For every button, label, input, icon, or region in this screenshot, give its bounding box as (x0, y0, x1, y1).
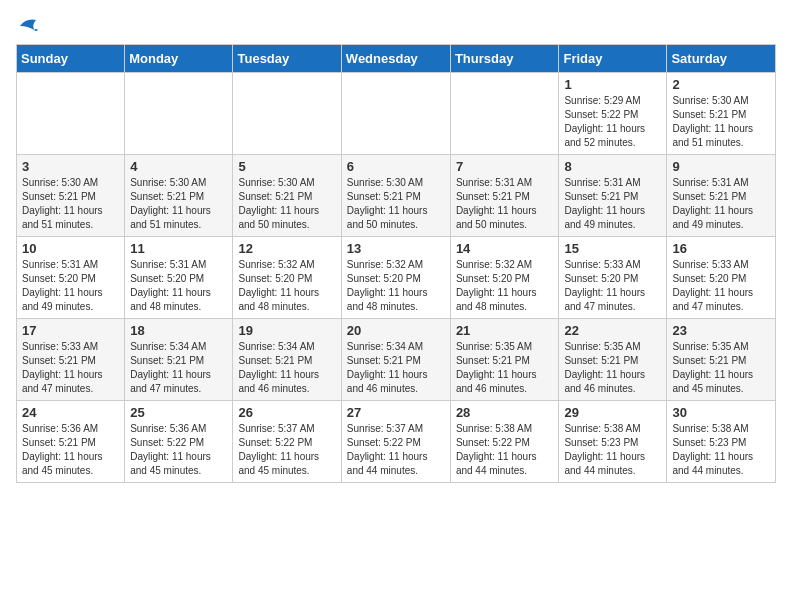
calendar-header-row: SundayMondayTuesdayWednesdayThursdayFrid… (17, 45, 776, 73)
calendar-cell: 29Sunrise: 5:38 AMSunset: 5:23 PMDayligh… (559, 401, 667, 483)
day-number: 10 (22, 241, 119, 256)
calendar-header-thursday: Thursday (450, 45, 559, 73)
day-number: 14 (456, 241, 554, 256)
day-info: Sunrise: 5:36 AMSunset: 5:21 PMDaylight:… (22, 422, 119, 478)
day-info: Sunrise: 5:33 AMSunset: 5:20 PMDaylight:… (564, 258, 661, 314)
calendar-cell: 2Sunrise: 5:30 AMSunset: 5:21 PMDaylight… (667, 73, 776, 155)
day-info: Sunrise: 5:31 AMSunset: 5:20 PMDaylight:… (22, 258, 119, 314)
day-number: 4 (130, 159, 227, 174)
calendar-header-tuesday: Tuesday (233, 45, 341, 73)
calendar-cell: 17Sunrise: 5:33 AMSunset: 5:21 PMDayligh… (17, 319, 125, 401)
day-number: 26 (238, 405, 335, 420)
calendar-cell: 12Sunrise: 5:32 AMSunset: 5:20 PMDayligh… (233, 237, 341, 319)
day-number: 7 (456, 159, 554, 174)
calendar-cell (233, 73, 341, 155)
calendar-cell: 10Sunrise: 5:31 AMSunset: 5:20 PMDayligh… (17, 237, 125, 319)
day-number: 16 (672, 241, 770, 256)
day-number: 2 (672, 77, 770, 92)
day-info: Sunrise: 5:30 AMSunset: 5:21 PMDaylight:… (672, 94, 770, 150)
day-info: Sunrise: 5:32 AMSunset: 5:20 PMDaylight:… (347, 258, 445, 314)
day-info: Sunrise: 5:31 AMSunset: 5:20 PMDaylight:… (130, 258, 227, 314)
calendar-week-4: 24Sunrise: 5:36 AMSunset: 5:21 PMDayligh… (17, 401, 776, 483)
calendar-cell: 9Sunrise: 5:31 AMSunset: 5:21 PMDaylight… (667, 155, 776, 237)
day-number: 27 (347, 405, 445, 420)
calendar-cell: 30Sunrise: 5:38 AMSunset: 5:23 PMDayligh… (667, 401, 776, 483)
day-number: 20 (347, 323, 445, 338)
day-number: 22 (564, 323, 661, 338)
day-info: Sunrise: 5:29 AMSunset: 5:22 PMDaylight:… (564, 94, 661, 150)
calendar-cell: 6Sunrise: 5:30 AMSunset: 5:21 PMDaylight… (341, 155, 450, 237)
day-info: Sunrise: 5:34 AMSunset: 5:21 PMDaylight:… (238, 340, 335, 396)
day-number: 19 (238, 323, 335, 338)
day-number: 15 (564, 241, 661, 256)
day-info: Sunrise: 5:30 AMSunset: 5:21 PMDaylight:… (130, 176, 227, 232)
calendar-week-2: 10Sunrise: 5:31 AMSunset: 5:20 PMDayligh… (17, 237, 776, 319)
day-number: 13 (347, 241, 445, 256)
logo (16, 16, 38, 34)
day-number: 18 (130, 323, 227, 338)
calendar-cell: 26Sunrise: 5:37 AMSunset: 5:22 PMDayligh… (233, 401, 341, 483)
calendar-header-wednesday: Wednesday (341, 45, 450, 73)
calendar-cell: 27Sunrise: 5:37 AMSunset: 5:22 PMDayligh… (341, 401, 450, 483)
day-info: Sunrise: 5:37 AMSunset: 5:22 PMDaylight:… (238, 422, 335, 478)
day-number: 12 (238, 241, 335, 256)
day-info: Sunrise: 5:38 AMSunset: 5:23 PMDaylight:… (564, 422, 661, 478)
calendar-cell: 11Sunrise: 5:31 AMSunset: 5:20 PMDayligh… (125, 237, 233, 319)
day-info: Sunrise: 5:35 AMSunset: 5:21 PMDaylight:… (564, 340, 661, 396)
day-info: Sunrise: 5:35 AMSunset: 5:21 PMDaylight:… (456, 340, 554, 396)
day-info: Sunrise: 5:33 AMSunset: 5:21 PMDaylight:… (22, 340, 119, 396)
day-info: Sunrise: 5:37 AMSunset: 5:22 PMDaylight:… (347, 422, 445, 478)
calendar-cell: 14Sunrise: 5:32 AMSunset: 5:20 PMDayligh… (450, 237, 559, 319)
calendar-header-saturday: Saturday (667, 45, 776, 73)
day-number: 6 (347, 159, 445, 174)
calendar-header-monday: Monday (125, 45, 233, 73)
calendar-cell: 16Sunrise: 5:33 AMSunset: 5:20 PMDayligh… (667, 237, 776, 319)
calendar-cell: 18Sunrise: 5:34 AMSunset: 5:21 PMDayligh… (125, 319, 233, 401)
day-number: 30 (672, 405, 770, 420)
day-info: Sunrise: 5:33 AMSunset: 5:20 PMDaylight:… (672, 258, 770, 314)
logo-bird-icon (18, 16, 38, 34)
calendar-cell: 23Sunrise: 5:35 AMSunset: 5:21 PMDayligh… (667, 319, 776, 401)
day-number: 11 (130, 241, 227, 256)
day-info: Sunrise: 5:31 AMSunset: 5:21 PMDaylight:… (672, 176, 770, 232)
day-number: 29 (564, 405, 661, 420)
day-number: 5 (238, 159, 335, 174)
day-info: Sunrise: 5:34 AMSunset: 5:21 PMDaylight:… (130, 340, 227, 396)
calendar-cell (125, 73, 233, 155)
day-info: Sunrise: 5:32 AMSunset: 5:20 PMDaylight:… (238, 258, 335, 314)
page-container: SundayMondayTuesdayWednesdayThursdayFrid… (16, 16, 776, 483)
day-info: Sunrise: 5:36 AMSunset: 5:22 PMDaylight:… (130, 422, 227, 478)
day-info: Sunrise: 5:30 AMSunset: 5:21 PMDaylight:… (347, 176, 445, 232)
calendar-cell (341, 73, 450, 155)
day-info: Sunrise: 5:32 AMSunset: 5:20 PMDaylight:… (456, 258, 554, 314)
calendar-cell: 21Sunrise: 5:35 AMSunset: 5:21 PMDayligh… (450, 319, 559, 401)
calendar-cell: 22Sunrise: 5:35 AMSunset: 5:21 PMDayligh… (559, 319, 667, 401)
calendar-cell: 3Sunrise: 5:30 AMSunset: 5:21 PMDaylight… (17, 155, 125, 237)
day-info: Sunrise: 5:30 AMSunset: 5:21 PMDaylight:… (22, 176, 119, 232)
day-info: Sunrise: 5:34 AMSunset: 5:21 PMDaylight:… (347, 340, 445, 396)
calendar-cell: 1Sunrise: 5:29 AMSunset: 5:22 PMDaylight… (559, 73, 667, 155)
calendar-cell: 19Sunrise: 5:34 AMSunset: 5:21 PMDayligh… (233, 319, 341, 401)
calendar-cell (450, 73, 559, 155)
calendar-table: SundayMondayTuesdayWednesdayThursdayFrid… (16, 44, 776, 483)
calendar-header-friday: Friday (559, 45, 667, 73)
day-info: Sunrise: 5:31 AMSunset: 5:21 PMDaylight:… (456, 176, 554, 232)
calendar-cell: 24Sunrise: 5:36 AMSunset: 5:21 PMDayligh… (17, 401, 125, 483)
calendar-cell: 15Sunrise: 5:33 AMSunset: 5:20 PMDayligh… (559, 237, 667, 319)
calendar-cell: 7Sunrise: 5:31 AMSunset: 5:21 PMDaylight… (450, 155, 559, 237)
day-number: 23 (672, 323, 770, 338)
day-info: Sunrise: 5:31 AMSunset: 5:21 PMDaylight:… (564, 176, 661, 232)
calendar-cell: 5Sunrise: 5:30 AMSunset: 5:21 PMDaylight… (233, 155, 341, 237)
logo-text (16, 16, 38, 34)
day-number: 9 (672, 159, 770, 174)
calendar-cell: 8Sunrise: 5:31 AMSunset: 5:21 PMDaylight… (559, 155, 667, 237)
calendar-cell (17, 73, 125, 155)
day-info: Sunrise: 5:35 AMSunset: 5:21 PMDaylight:… (672, 340, 770, 396)
day-number: 21 (456, 323, 554, 338)
day-number: 25 (130, 405, 227, 420)
day-number: 24 (22, 405, 119, 420)
day-number: 3 (22, 159, 119, 174)
day-number: 8 (564, 159, 661, 174)
calendar-cell: 20Sunrise: 5:34 AMSunset: 5:21 PMDayligh… (341, 319, 450, 401)
calendar-cell: 28Sunrise: 5:38 AMSunset: 5:22 PMDayligh… (450, 401, 559, 483)
